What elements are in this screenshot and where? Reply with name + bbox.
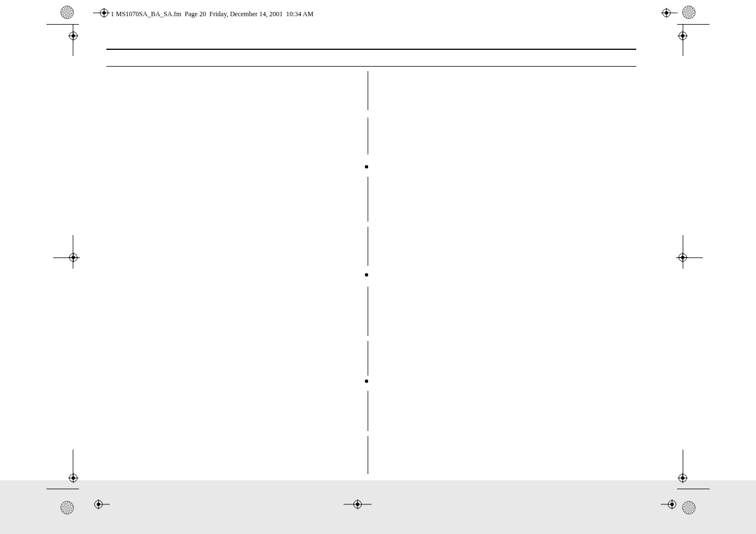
header-time: 10:34 AM bbox=[286, 10, 313, 18]
registration-mark bbox=[68, 473, 78, 485]
horizontal-rule bbox=[106, 49, 636, 50]
center-divider-segment bbox=[368, 118, 368, 154]
registration-mark bbox=[68, 252, 78, 265]
crop-line bbox=[677, 24, 710, 25]
crop-line bbox=[677, 489, 710, 489]
crop-mark-circle bbox=[682, 6, 696, 19]
registration-mark bbox=[661, 8, 678, 20]
crop-line bbox=[73, 449, 73, 476]
footer-bar bbox=[0, 480, 756, 534]
registration-mark bbox=[678, 473, 688, 485]
crop-line bbox=[46, 24, 79, 25]
crop-line bbox=[46, 489, 79, 489]
registration-mark bbox=[68, 31, 78, 43]
bullet-dot bbox=[365, 380, 368, 383]
registration-mark bbox=[661, 499, 678, 512]
crop-mark-circle bbox=[682, 501, 696, 514]
bullet-dot bbox=[365, 273, 368, 277]
center-divider-segment bbox=[368, 391, 368, 431]
registration-mark bbox=[678, 252, 688, 265]
center-divider-segment bbox=[368, 287, 368, 336]
header-date: Friday, December 14, 2001 bbox=[209, 10, 283, 18]
registration-mark bbox=[93, 8, 110, 20]
crop-line bbox=[683, 449, 683, 476]
registration-mark bbox=[93, 499, 110, 512]
center-divider-segment bbox=[368, 71, 368, 110]
horizontal-rule bbox=[106, 66, 636, 67]
center-divider-segment bbox=[368, 436, 368, 474]
registration-mark bbox=[344, 499, 372, 512]
header-filename: 1 MS1070SA_BA_SA.fm bbox=[111, 10, 181, 18]
header-page: Page 20 bbox=[185, 10, 206, 18]
crop-mark-circle bbox=[60, 501, 74, 514]
bullet-dot bbox=[365, 165, 368, 168]
registration-mark bbox=[678, 31, 688, 43]
crop-mark-circle bbox=[60, 6, 74, 19]
center-divider-segment bbox=[368, 227, 368, 266]
center-divider-segment bbox=[368, 177, 368, 222]
page-header: 1 MS1070SA_BA_SA.fm Page 20 Friday, Dece… bbox=[111, 10, 313, 18]
center-divider-segment bbox=[368, 341, 368, 376]
